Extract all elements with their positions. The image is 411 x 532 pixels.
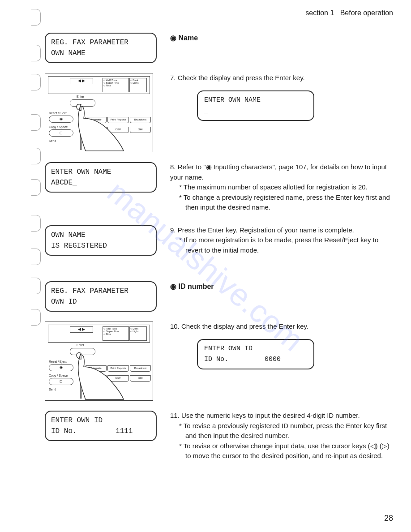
enter-label: Enter <box>77 95 84 98</box>
step-11b: To revise or otherwise change input data… <box>170 441 393 461</box>
reset-eject-label: Reset / Eject <box>49 112 73 115</box>
section-id-heading: ID number <box>170 281 393 292</box>
copy-space-button: ◻ <box>49 378 73 385</box>
contrast-options: ○ Dark ○ Light <box>129 326 147 341</box>
lcd-enter-name-abcde: ENTER OWN NAME ABCDE_ <box>45 162 157 193</box>
reset-eject-label: Reset / Eject <box>49 360 73 363</box>
page-header: section 1 Before operation <box>45 9 393 19</box>
binding-holes <box>31 0 43 532</box>
lcd-enter-id-blank: ENTER OWN ID ID No. 0000 <box>197 339 314 369</box>
print-reports-button: Print Reports <box>107 117 128 123</box>
reset-eject-button: ◉ <box>49 116 73 123</box>
key-def: DEF <box>107 375 128 382</box>
send-label: Send <box>49 139 73 142</box>
control-panel-illustration: ◀ ▶ ○ Half-Tone ○ Super Fine ○ Fine ○ Da… <box>45 73 153 152</box>
control-panel-illustration-2: ◀ ▶ ○ Half-Tone ○ Super Fine ○ Fine ○ Da… <box>45 322 153 401</box>
reset-eject-button: ◉ <box>49 364 73 371</box>
step-9a: If no more registration is to be made, p… <box>170 235 393 255</box>
lcd-reg-name: REG. FAX PARAMETER OWN NAME <box>45 33 157 63</box>
resolution-options: ○ Half-Tone ○ Super Fine ○ Fine <box>103 326 129 341</box>
broadcast-button: Broadcast <box>130 117 151 123</box>
enter-label: Enter <box>77 343 84 347</box>
copy-space-label: Copy / Space <box>49 374 73 377</box>
key-abc: ABC <box>86 127 107 133</box>
alt-display-button: Alternate Display <box>86 117 107 123</box>
manual-page: manualshive.com section 1 Before operati… <box>0 0 411 532</box>
key-abc: ABC <box>86 375 107 382</box>
section-name-heading: Name <box>170 33 393 43</box>
lcd-enter-name-blank: ENTER OWN NAME _ <box>197 90 314 121</box>
step-11: 11. Use the numeric keys to input the de… <box>170 412 360 419</box>
enter-button <box>70 99 95 107</box>
print-reports-button: Print Reports <box>107 365 128 372</box>
lcd-enter-id-1111: ENTER OWN ID ID No. 1111 <box>45 411 157 441</box>
broadcast-button: Broadcast <box>130 365 151 372</box>
step-10: 10. Check the display and press the Ente… <box>170 322 393 332</box>
step-7: 7. Check the display and press the Enter… <box>170 73 393 83</box>
lcd-name-registered: OWN NAME IS REGISTERED <box>45 225 157 256</box>
copy-space-button: ◻ <box>49 129 73 137</box>
enter-button <box>70 348 95 355</box>
step-11a: To revise a previously registered ID num… <box>170 421 393 441</box>
lcd-reg-id: REG. FAX PARAMETER OWN ID <box>45 281 157 312</box>
key-ghi: GHI <box>130 375 151 382</box>
header-title: Before operation <box>340 9 393 17</box>
cursor-keys: ◀ ▶ <box>70 326 93 333</box>
key-ghi: GHI <box>130 127 151 133</box>
send-label: Send <box>49 388 73 391</box>
alt-display-button: Alternate Display <box>86 365 107 372</box>
step-8b: To change a previously registered name, … <box>170 193 393 213</box>
cursor-keys: ◀ ▶ <box>70 78 93 84</box>
copy-space-label: Copy / Space <box>49 125 73 129</box>
step-9: 9. Press the Enter key. Registration of … <box>170 226 354 234</box>
step-8a: The maximum number of spaces allotted fo… <box>170 182 393 193</box>
step-8: 8. Refer to "◉ Inputting characters", pa… <box>170 163 387 181</box>
contrast-options: ○ Dark ○ Light <box>129 78 147 92</box>
resolution-options: ○ Half-Tone ○ Super Fine ○ Fine <box>103 78 129 92</box>
key-def: DEF <box>107 127 128 133</box>
page-number: 28 <box>384 514 393 523</box>
header-section: section 1 <box>305 9 334 17</box>
